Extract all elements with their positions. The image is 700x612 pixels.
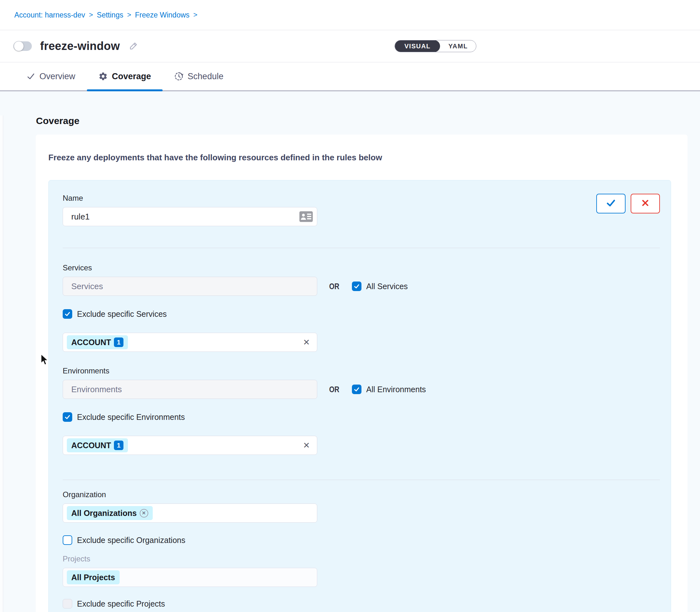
organization-tag[interactable]: All Organizations ✕ <box>67 506 153 520</box>
tab-label: Schedule <box>188 72 224 81</box>
excluded-services-input[interactable]: ACCOUNT 1 ✕ <box>63 333 317 352</box>
confirm-rule-button[interactable] <box>596 194 626 213</box>
schedule-icon <box>174 72 183 81</box>
rule-actions <box>596 194 660 213</box>
toggle-knob <box>14 41 24 51</box>
check-icon <box>605 197 616 210</box>
freeze-enabled-toggle[interactable] <box>13 41 32 51</box>
active-tab-underline <box>87 89 163 91</box>
coverage-card: Freeze any deployments that have the fol… <box>36 135 688 612</box>
name-label: Name <box>63 194 317 203</box>
page-header: freeze-window VISUAL YAML <box>0 30 700 62</box>
or-label: OR <box>329 385 340 394</box>
exclude-organizations-checkbox[interactable] <box>63 536 72 545</box>
breadcrumb-separator: > <box>193 11 197 19</box>
breadcrumb-freeze-windows-link[interactable]: Freeze Windows <box>135 11 189 19</box>
all-environments-label: All Environments <box>366 385 426 394</box>
name-field-block: Name <box>63 194 317 226</box>
all-environments-checkbox[interactable] <box>352 385 361 394</box>
all-services-label: All Services <box>366 282 408 291</box>
all-services-checkbox[interactable] <box>352 281 361 291</box>
visual-mode-button[interactable]: VISUAL <box>395 40 440 52</box>
section-title: Coverage <box>36 115 700 126</box>
breadcrumb: Account: harness-dev > Settings > Freeze… <box>14 11 197 19</box>
tab-coverage[interactable]: Coverage <box>87 62 163 91</box>
check-icon <box>26 72 35 81</box>
tab-overview[interactable]: Overview <box>15 62 87 91</box>
excluded-environments-tag[interactable]: ACCOUNT 1 <box>67 438 128 452</box>
projects-label: Projects <box>63 554 660 563</box>
breadcrumb-bar: Account: harness-dev > Settings > Freeze… <box>0 0 700 30</box>
exclude-projects-checkbox[interactable] <box>63 599 72 609</box>
tab-bar: Overview Coverage Schedule <box>0 62 700 91</box>
breadcrumb-account-link[interactable]: Account: harness-dev <box>14 11 85 19</box>
rule-panel: Name <box>49 180 671 612</box>
x-icon <box>641 198 650 209</box>
gear-icon <box>98 72 108 81</box>
exclude-environments-label: Exclude specific Environments <box>77 413 185 422</box>
breadcrumb-separator: > <box>89 11 93 19</box>
services-label: Services <box>63 263 660 272</box>
id-card-icon[interactable] <box>299 211 313 223</box>
excluded-environments-input[interactable]: ACCOUNT 1 ✕ <box>63 436 317 455</box>
organization-label: Organization <box>63 490 660 499</box>
content-area: Coverage Freeze any deployments that hav… <box>0 115 700 612</box>
clear-icon[interactable]: ✕ <box>303 338 310 346</box>
breadcrumb-settings-link[interactable]: Settings <box>97 11 123 19</box>
tag-label: All Organizations <box>71 509 137 518</box>
exclude-organizations-label: Exclude specific Organizations <box>77 536 185 545</box>
exclude-environments-checkbox[interactable] <box>63 412 72 422</box>
exclude-projects-label: Exclude specific Projects <box>77 599 165 609</box>
yaml-mode-button[interactable]: YAML <box>440 40 476 52</box>
visual-yaml-switch: VISUAL YAML <box>395 40 476 52</box>
delete-rule-button[interactable] <box>631 194 660 213</box>
services-input[interactable] <box>63 277 317 296</box>
remove-tag-icon[interactable]: ✕ <box>140 509 148 517</box>
coverage-intro-text: Freeze any deployments that have the fol… <box>49 153 675 163</box>
exclude-services-label: Exclude specific Services <box>77 309 167 319</box>
tab-label: Overview <box>39 72 76 81</box>
tag-label: All Projects <box>71 573 115 582</box>
edit-title-button[interactable] <box>129 41 138 52</box>
pencil-icon <box>129 41 138 52</box>
environments-input[interactable] <box>63 380 317 399</box>
breadcrumb-separator: > <box>127 11 131 19</box>
tab-label: Coverage <box>112 72 151 81</box>
excluded-services-tag[interactable]: ACCOUNT 1 <box>67 335 128 349</box>
tab-schedule[interactable]: Schedule <box>163 62 235 91</box>
tag-count-badge: 1 <box>114 441 123 450</box>
tag-count-badge: 1 <box>114 337 123 347</box>
page-title: freeze-window <box>40 39 120 53</box>
or-label: OR <box>329 281 340 291</box>
rule-name-input[interactable] <box>63 207 317 226</box>
collapsed-sidebar-edge <box>0 115 3 612</box>
projects-tag: All Projects <box>67 570 120 584</box>
exclude-services-checkbox[interactable] <box>63 309 72 319</box>
projects-input[interactable]: All Projects <box>63 568 317 587</box>
clear-icon[interactable]: ✕ <box>303 441 310 449</box>
tag-label: ACCOUNT <box>71 338 111 347</box>
environments-label: Environments <box>63 366 660 375</box>
organization-input[interactable]: All Organizations ✕ <box>63 503 317 523</box>
tag-label: ACCOUNT <box>71 441 111 450</box>
